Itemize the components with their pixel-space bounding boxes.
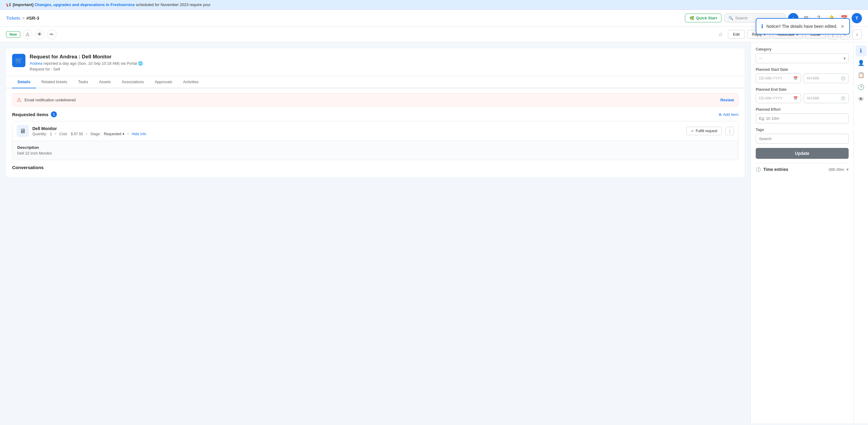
announcement-bar: 📢 [Important] Changes, upgrades and depr… — [0, 0, 868, 10]
edit-icon-button[interactable]: ✏ — [47, 30, 57, 39]
quick-start-icon: 🌿 — [689, 16, 694, 20]
update-button[interactable]: Update — [756, 148, 849, 159]
content-area: ⚠ Email notification undelivered Review … — [6, 88, 745, 177]
description-text: Dell 22 inch Monitor — [17, 151, 733, 156]
category-select[interactable]: -- — [756, 53, 849, 63]
fulfill-label: Fulfill request — [696, 129, 717, 133]
star-button[interactable]: ☆ — [716, 30, 725, 39]
tab-tasks[interactable]: Tasks — [73, 76, 94, 88]
fulfill-request-button[interactable]: ✓ Fulfill request — [686, 127, 722, 135]
item-thumbnail: 🖥 — [17, 125, 29, 137]
quick-start-label: Quick Start — [696, 16, 717, 20]
item-card-header: 🖥 Dell Monitor Quantity: 1 • Cost: $ 87.… — [12, 121, 738, 141]
tags-field: Tags — [756, 128, 849, 144]
planned-start-time-input[interactable]: HH:MM 🕐 — [804, 73, 849, 83]
add-item-label: Add item — [723, 112, 739, 117]
requested-items-count: 1 — [51, 111, 57, 118]
notification-text: Notice!! The details have been edited. — [766, 24, 837, 29]
hide-info-button[interactable]: Hide Info — [132, 132, 146, 136]
category-label: Category — [756, 47, 849, 52]
planned-end-date-input[interactable]: DD-MM-YYYY 📅 — [756, 94, 801, 103]
conversations-section: Conversations — [12, 165, 739, 170]
announcement-link[interactable]: Changes, upgrades and deprecations in Fr… — [34, 2, 135, 7]
notification-popup: ℹ Notice!! The details have been edited.… — [756, 18, 850, 34]
tab-associations[interactable]: Associations — [116, 76, 149, 88]
reported-time: reported a day ago (Sun, 10 Sep 10:18 AM… — [43, 61, 137, 66]
tags-search-input[interactable] — [756, 134, 849, 144]
sidebar-notes-button[interactable]: 📋 — [856, 70, 867, 80]
start-date-placeholder: DD-MM-YYYY — [759, 76, 782, 80]
stage-value[interactable]: Requested ▾ — [104, 132, 124, 136]
ticket-meta: Andrea reported a day ago (Sun, 10 Sep 1… — [30, 61, 143, 66]
notification-close-button[interactable]: ✕ — [840, 24, 844, 29]
user-avatar[interactable]: T — [851, 13, 862, 23]
item-meta: Quantity: 1 • Cost: $ 87.50 • Stage: Req… — [32, 132, 683, 136]
breadcrumb-separator: > — [22, 16, 25, 21]
planned-start-date-field: Planned Start Date DD-MM-YYYY 📅 HH:MM 🕐 — [756, 67, 849, 83]
tab-details[interactable]: Details — [12, 76, 36, 88]
separator-dot-2: • — [86, 132, 87, 136]
clock-icon-end: 🕐 — [841, 96, 845, 100]
alert-icon-button[interactable]: ⚠ — [23, 30, 32, 39]
tab-approvals[interactable]: Approvals — [149, 76, 178, 88]
tab-related-tickets[interactable]: Related tickets — [36, 76, 73, 88]
separator-dot-1: • — [55, 132, 56, 136]
ticket-id: #SR-3 — [26, 15, 39, 21]
planned-end-date-row: DD-MM-YYYY 📅 HH:MM 🕐 — [756, 94, 849, 103]
stage-label: Stage: — [90, 132, 101, 136]
alert-triangle-icon: ⚠ — [17, 97, 22, 103]
alert-banner: ⚠ Email notification undelivered Review — [12, 93, 739, 106]
time-entries-value: 00h 00m — [829, 167, 844, 172]
edit-button[interactable]: Edit — [728, 30, 745, 39]
item-card: 🖥 Dell Monitor Quantity: 1 • Cost: $ 87.… — [12, 121, 739, 160]
right-sidebar: ℹ 👤 📋 🕐 👁 — [854, 42, 868, 423]
calendar-icon-end: 📅 — [793, 96, 798, 100]
eye-icon-button[interactable]: 👁 — [35, 30, 44, 39]
item-more-button[interactable]: ⋮ — [725, 127, 734, 135]
planned-end-date-field: Planned End Date DD-MM-YYYY 📅 HH:MM 🕐 — [756, 88, 849, 103]
ticket-request-for: Request for : Self — [30, 67, 143, 71]
end-date-placeholder: DD-MM-YYYY — [759, 96, 782, 100]
announcement-suffix: scheduled for November 2023 require your — [136, 2, 211, 7]
item-info: Dell Monitor Quantity: 1 • Cost: $ 87.50… — [32, 126, 683, 136]
toolbar: New ⚠ 👁 ✏ ☆ Edit Reply ▾ Associate ▾ Clo… — [0, 27, 868, 42]
ticket-title: Request for Andrea : Dell Monitor — [30, 54, 143, 60]
megaphone-icon: 📢 — [6, 2, 11, 7]
planned-start-date-row: DD-MM-YYYY 📅 HH:MM 🕐 — [756, 73, 849, 83]
reporter-link[interactable]: Andrea — [30, 61, 42, 66]
ticket-header: 🛒 Request for Andrea : Dell Monitor Andr… — [6, 48, 745, 76]
announcement-text: [Important] Changes, upgrades and deprec… — [13, 2, 211, 7]
next-ticket-button[interactable]: › — [852, 30, 862, 39]
sidebar-person-button[interactable]: 👤 — [856, 58, 867, 68]
new-badge: New — [6, 31, 20, 38]
review-link[interactable]: Review — [720, 98, 734, 102]
tickets-link[interactable]: Tickets — [6, 15, 20, 21]
alert-message: Email notification undelivered — [25, 98, 717, 102]
right-panel: Category -- Planned Start Date DD-MM-YYY… — [751, 42, 854, 423]
announcement-prefix: [Important] — [13, 2, 34, 7]
time-entries-row[interactable]: 🕐 Time entries 00h 00m ▾ — [756, 163, 849, 172]
add-icon: ⊕ — [718, 112, 722, 117]
sidebar-eye-button[interactable]: 👁 — [856, 94, 867, 105]
quick-start-button[interactable]: 🌿 Quick Start — [685, 13, 721, 22]
sidebar-clock-button[interactable]: 🕐 — [856, 82, 867, 93]
requested-items-header: Requested items 1 ⊕ Add item — [12, 111, 739, 118]
planned-start-date-input[interactable]: DD-MM-YYYY 📅 — [756, 73, 801, 83]
search-placeholder: Search — [735, 16, 748, 20]
requested-items-title: Requested items — [12, 112, 49, 117]
stage-chevron-icon: ▾ — [123, 132, 124, 136]
ticket-icon: 🛒 — [12, 54, 25, 67]
tab-assets[interactable]: Assets — [94, 76, 116, 88]
cost-value: $ 87.50 — [71, 132, 83, 136]
planned-end-time-input[interactable]: HH:MM 🕐 — [804, 94, 849, 103]
quantity-value: 1 — [50, 132, 52, 136]
item-description: Description Dell 22 inch Monitor — [12, 141, 738, 160]
planned-effort-label: Planned Effort — [756, 107, 849, 111]
planned-effort-input[interactable] — [756, 113, 849, 123]
add-item-button[interactable]: ⊕ Add item — [718, 112, 739, 117]
time-entries-label: Time entries — [763, 167, 826, 172]
sidebar-info-button[interactable]: ℹ — [856, 45, 867, 56]
header: Tickets > #SR-3 🌿 Quick Start 🔍 Search ＋… — [0, 10, 868, 27]
planned-start-label: Planned Start Date — [756, 67, 849, 72]
tab-activities[interactable]: Activities — [178, 76, 204, 88]
